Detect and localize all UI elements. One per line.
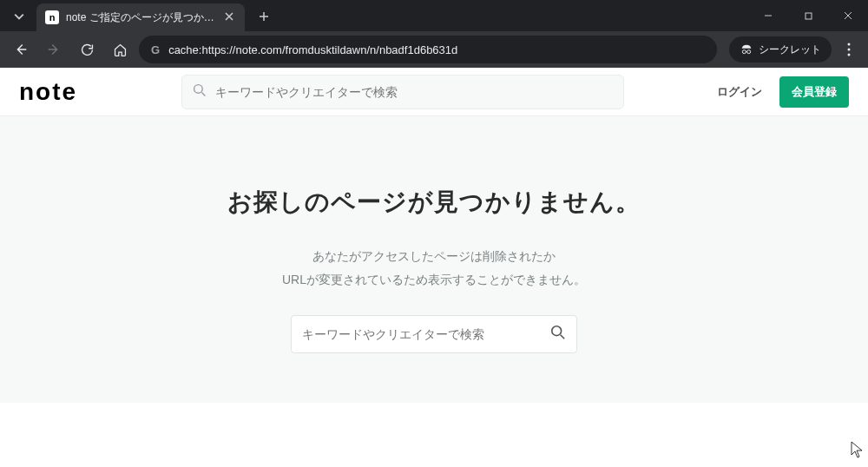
reload-icon [80, 43, 95, 57]
browser-titlebar: n note ご指定のページが見つかりませ [0, 0, 868, 31]
address-bar[interactable]: G cache:https://note.com/fromdusktildawn… [139, 36, 717, 63]
home-icon [113, 43, 128, 57]
svg-point-2 [747, 50, 751, 54]
window-controls [748, 0, 868, 31]
incognito-badge[interactable]: シークレット [729, 36, 832, 62]
site-header: note ログイン 会員登録 [0, 68, 868, 116]
notfound-search[interactable] [291, 315, 577, 353]
browser-tab[interactable]: n note ご指定のページが見つかりませ [36, 3, 245, 31]
nav-home-button[interactable] [106, 36, 134, 63]
browser-toolbar: G cache:https://note.com/fromdusktildawn… [0, 31, 868, 68]
nav-back-button[interactable] [7, 36, 35, 63]
window-maximize-button[interactable] [788, 0, 828, 31]
svg-point-6 [194, 84, 203, 93]
notfound-title: お探しのページが見つかりません。 [227, 186, 641, 219]
incognito-label: シークレット [759, 43, 821, 57]
signup-button[interactable]: 会員登録 [779, 76, 849, 108]
plus-icon [259, 11, 269, 22]
notfound-desc-line1: あなたがアクセスしたページは削除されたか [282, 245, 586, 268]
url-text: cache:https://note.com/fromdusktildawn/n… [168, 43, 705, 56]
close-icon [225, 12, 233, 21]
maximize-icon [804, 11, 813, 21]
page-bottom-spacer [0, 403, 868, 467]
svg-point-5 [848, 54, 851, 56]
notfound-section: お探しのページが見つかりません。 あなたがアクセスしたページは削除されたか UR… [0, 116, 868, 403]
notfound-description: あなたがアクセスしたページは削除されたか URLが変更されているため表示すること… [282, 245, 586, 291]
svg-point-3 [848, 43, 851, 46]
window-minimize-button[interactable] [748, 0, 788, 31]
incognito-icon [740, 43, 753, 56]
browser-menu-button[interactable] [837, 36, 861, 63]
svg-rect-0 [806, 13, 812, 19]
svg-point-1 [742, 50, 746, 54]
nav-reload-button[interactable] [73, 36, 101, 63]
tab-title: note ご指定のページが見つかりませ [66, 10, 215, 25]
nav-forward-button[interactable] [40, 36, 68, 63]
arrow-left-icon [13, 42, 29, 57]
google-g-icon: G [151, 43, 160, 56]
svg-point-4 [848, 49, 851, 51]
header-search-input[interactable] [215, 85, 613, 99]
search-icon [193, 83, 207, 101]
arrow-right-icon [46, 42, 62, 57]
close-icon [843, 10, 853, 21]
header-search[interactable] [181, 75, 624, 109]
svg-point-7 [552, 326, 562, 336]
new-tab-button[interactable] [252, 4, 276, 29]
window-close-button[interactable] [828, 0, 868, 31]
notfound-desc-line2: URLが変更されているため表示することができません。 [282, 268, 586, 292]
search-icon[interactable] [550, 325, 566, 344]
tab-search-button[interactable] [7, 4, 31, 29]
chevron-down-icon [14, 11, 24, 22]
tab-close-button[interactable] [222, 11, 236, 23]
notfound-search-input[interactable] [302, 327, 542, 341]
tab-favicon: n [45, 10, 59, 24]
login-link[interactable]: ログイン [717, 84, 762, 100]
page-content: note ログイン 会員登録 お探しのページが見つかりません。 あなたがアクセス… [0, 68, 868, 467]
minimize-icon [763, 10, 773, 21]
kebab-icon [847, 43, 851, 56]
site-logo[interactable]: note [19, 78, 77, 106]
